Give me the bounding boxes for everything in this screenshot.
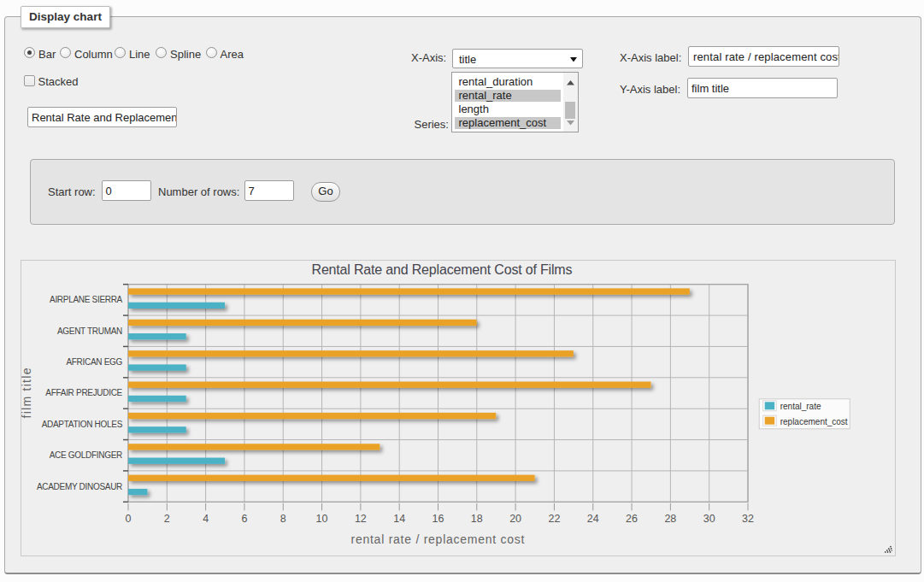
svg-text:18: 18 — [471, 513, 483, 525]
svg-text:ACE GOLDFINGER: ACE GOLDFINGER — [50, 450, 122, 460]
svg-text:28: 28 — [664, 513, 676, 525]
svg-text:14: 14 — [393, 513, 405, 525]
svg-text:0: 0 — [126, 513, 132, 525]
svg-text:6: 6 — [241, 513, 247, 525]
svg-text:replacement_cost: replacement_cost — [780, 417, 848, 426]
svg-text:4: 4 — [203, 513, 209, 525]
svg-text:22: 22 — [548, 513, 560, 525]
svg-text:8: 8 — [280, 513, 286, 525]
svg-text:20: 20 — [509, 513, 521, 525]
svg-text:12: 12 — [355, 513, 367, 525]
svg-text:ADAPTATION HOLES: ADAPTATION HOLES — [42, 420, 123, 429]
svg-text:32: 32 — [742, 513, 754, 525]
svg-text:AFRICAN EGG: AFRICAN EGG — [66, 357, 122, 367]
svg-text:24: 24 — [587, 513, 599, 525]
svg-text:rental rate / replacement cost: rental rate / replacement cost — [351, 532, 525, 546]
svg-text:AGENT TRUMAN: AGENT TRUMAN — [57, 326, 122, 336]
svg-text:AIRPLANE SIERRA: AIRPLANE SIERRA — [50, 295, 123, 304]
svg-text:30: 30 — [703, 513, 715, 525]
svg-text:16: 16 — [433, 513, 444, 525]
svg-text:ACADEMY DINOSAUR: ACADEMY DINOSAUR — [37, 482, 122, 491]
svg-text:10: 10 — [316, 513, 328, 525]
svg-text:AFFAIR PREJUDICE: AFFAIR PREJUDICE — [45, 388, 122, 397]
svg-text:rental_rate: rental_rate — [780, 402, 821, 411]
svg-text:film title: film title — [21, 367, 33, 418]
svg-text:26: 26 — [626, 513, 638, 525]
svg-text:2: 2 — [164, 513, 170, 525]
svg-text:Rental Rate and Replacement Co: Rental Rate and Replacement Cost of Film… — [312, 262, 573, 277]
